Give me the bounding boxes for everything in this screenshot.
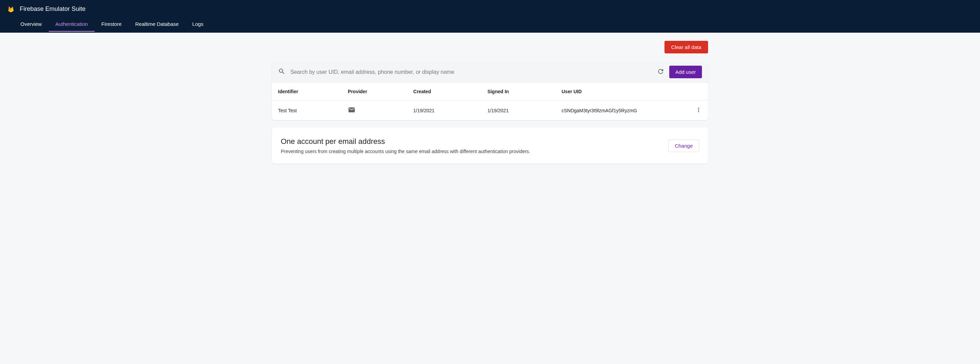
cell-identifier: Test Test bbox=[272, 101, 342, 120]
column-header-identifier: Identifier bbox=[272, 83, 342, 101]
header-top: Firebase Emulator Suite bbox=[0, 0, 980, 16]
cell-signed-in: 1/19/2021 bbox=[481, 101, 555, 120]
users-table: Identifier Provider Created Signed In Us… bbox=[272, 83, 708, 120]
tab-overview[interactable]: Overview bbox=[14, 16, 49, 33]
add-user-button[interactable]: Add user bbox=[669, 66, 702, 78]
cell-user-uid: cSNDgaM3tyr3t9lzmAGf1y5RyzmG bbox=[555, 101, 687, 120]
tab-logs[interactable]: Logs bbox=[185, 16, 210, 33]
search-icon bbox=[278, 68, 286, 76]
cell-provider bbox=[342, 101, 407, 120]
settings-text: One account per email address Preventing… bbox=[281, 137, 668, 154]
change-button[interactable]: Change bbox=[668, 139, 699, 152]
cell-actions bbox=[687, 101, 708, 120]
tab-authentication[interactable]: Authentication bbox=[49, 16, 95, 33]
app-header: Firebase Emulator Suite Overview Authent… bbox=[0, 0, 980, 33]
more-vert-icon[interactable] bbox=[695, 109, 702, 114]
clear-all-data-button[interactable]: Clear all data bbox=[665, 41, 708, 54]
users-card: Add user Identifier Provider Created Sig… bbox=[272, 62, 708, 120]
tab-realtime-database[interactable]: Realtime Database bbox=[129, 16, 186, 33]
column-header-signed-in: Signed In bbox=[481, 83, 555, 101]
cell-created: 1/19/2021 bbox=[407, 101, 482, 120]
settings-card: One account per email address Preventing… bbox=[272, 128, 708, 164]
top-actions: Clear all data bbox=[272, 41, 708, 54]
email-icon bbox=[348, 109, 355, 115]
firebase-logo-icon bbox=[7, 5, 15, 13]
settings-title: One account per email address bbox=[281, 137, 668, 146]
tab-firestore[interactable]: Firestore bbox=[95, 16, 129, 33]
search-bar: Add user bbox=[272, 62, 708, 83]
column-header-created: Created bbox=[407, 83, 482, 101]
column-header-actions bbox=[687, 83, 708, 101]
search-input[interactable] bbox=[290, 69, 652, 75]
table-row: Test Test 1/19/2021 1/19/2021 cSNDgaM3ty… bbox=[272, 101, 708, 120]
main-content: Clear all data Add user Identifier Provi… bbox=[251, 33, 729, 172]
column-header-user-uid: User UID bbox=[555, 83, 687, 101]
app-title: Firebase Emulator Suite bbox=[20, 5, 86, 13]
refresh-icon[interactable] bbox=[657, 68, 665, 76]
column-header-provider: Provider bbox=[342, 83, 407, 101]
nav-tabs: Overview Authentication Firestore Realti… bbox=[0, 16, 980, 33]
settings-description: Preventing users from creating multiple … bbox=[281, 149, 668, 154]
